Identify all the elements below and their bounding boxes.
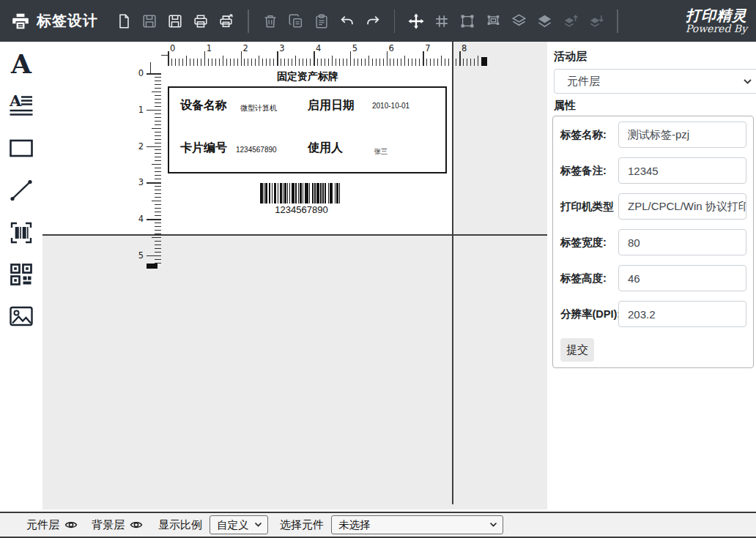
- background-layer-visibility-toggle[interactable]: [129, 519, 144, 531]
- barcode-icon: [9, 220, 34, 245]
- svg-text:A: A: [9, 94, 22, 110]
- chevron-down-icon: [489, 522, 497, 528]
- brand-powered-by: Powered By: [686, 23, 747, 34]
- svg-text:A: A: [10, 51, 32, 78]
- rich-text-icon: A: [9, 94, 34, 119]
- brand-logo: 打印精灵 Powered By: [686, 8, 747, 34]
- zoom-select[interactable]: 自定义: [210, 515, 268, 534]
- label-note-label: 标签备注:: [560, 157, 607, 184]
- undo-button[interactable]: [338, 12, 357, 31]
- active-layer-select[interactable]: 元件层: [554, 69, 756, 94]
- group-select-button[interactable]: [483, 12, 503, 31]
- zoom-label: 显示比例: [158, 518, 202, 532]
- active-layer-value: 元件层: [567, 75, 600, 89]
- tool-barcode-button[interactable]: [7, 218, 36, 247]
- vertical-guide-line: [452, 42, 453, 504]
- bottom-bar: 元件层 背景层 显示比例 自定义 选择元件 未选择: [0, 512, 756, 538]
- component-layer-label: 元件层: [26, 518, 59, 532]
- background-layer-label: 背景层: [92, 518, 125, 532]
- app-window: 标签设计: [0, 0, 756, 538]
- zoom-value: 自定义: [217, 518, 249, 532]
- paste-button[interactable]: [312, 12, 331, 31]
- select-element-select[interactable]: 未选择: [331, 515, 503, 534]
- delete-button[interactable]: [261, 12, 280, 31]
- copy-button[interactable]: [286, 12, 305, 31]
- label-width-label: 标签宽度:: [560, 229, 607, 255]
- label-field-text[interactable]: 设备名称: [180, 98, 227, 113]
- line-icon: [9, 178, 34, 203]
- label-field-text[interactable]: 启用日期: [308, 98, 355, 113]
- toolbar-divider: [248, 10, 249, 33]
- print-export-button[interactable]: [217, 12, 236, 31]
- topbar: 标签设计: [0, 0, 756, 42]
- new-file-button[interactable]: [114, 12, 133, 31]
- active-layer-heading: 活动层: [554, 50, 587, 64]
- layers-button[interactable]: [509, 12, 528, 31]
- submit-button[interactable]: 提交: [560, 338, 594, 362]
- dpi-label: 分辨率(DPI):: [560, 301, 620, 327]
- tool-qrcode-button[interactable]: [7, 260, 36, 289]
- tool-rectangle-button[interactable]: [7, 133, 36, 162]
- rectangle-icon: [9, 135, 34, 160]
- label-name-input[interactable]: [618, 122, 746, 148]
- label-width-input[interactable]: [618, 229, 746, 255]
- label-field-value[interactable]: 2010-10-01: [372, 102, 410, 110]
- layer-down-button[interactable]: [586, 12, 605, 31]
- tool-sidebar: A A: [0, 42, 42, 538]
- move-tool-button[interactable]: [407, 12, 426, 31]
- label-field-text[interactable]: 使用人: [308, 141, 343, 156]
- layers-merge-button[interactable]: [535, 12, 554, 31]
- toolbar-divider: [617, 10, 618, 33]
- grid-button[interactable]: [432, 12, 451, 31]
- horizontal-guide-line: [42, 234, 547, 236]
- component-layer-visibility-toggle[interactable]: [64, 519, 78, 531]
- tool-image-button[interactable]: [7, 302, 36, 331]
- barcode-text[interactable]: 1234567890: [256, 204, 347, 215]
- label-field-value[interactable]: 张三: [374, 147, 388, 157]
- eye-icon: [64, 520, 78, 530]
- properties-heading: 属性: [554, 99, 576, 113]
- app-title: 标签设计: [37, 11, 98, 31]
- tool-text-button[interactable]: A: [7, 50, 36, 79]
- label-name-label: 标签名称:: [560, 122, 607, 148]
- tool-line-button[interactable]: [7, 176, 36, 205]
- horizontal-ruler: 012345678: [161, 42, 491, 68]
- save-button[interactable]: [140, 12, 159, 31]
- printer-type-input[interactable]: [618, 193, 746, 220]
- chevron-down-icon: [254, 522, 262, 528]
- toolbar-tools: [114, 10, 623, 33]
- image-icon: [9, 304, 34, 329]
- label-height-input[interactable]: [618, 265, 746, 291]
- toolbar-divider: [394, 10, 396, 33]
- label-field-value[interactable]: 1234567890: [236, 146, 277, 154]
- label-title-text[interactable]: 固定资产标牌: [256, 70, 359, 83]
- label-field-text[interactable]: 卡片编号: [180, 141, 227, 156]
- brand-name: 打印精灵: [686, 8, 747, 23]
- select-element-value: 未选择: [338, 518, 371, 532]
- redo-button[interactable]: [363, 12, 382, 31]
- select-frame-button[interactable]: [458, 12, 477, 31]
- text-icon: A: [7, 51, 35, 78]
- qrcode-icon: [9, 262, 34, 287]
- printer-logo-icon: [10, 11, 31, 31]
- tool-rich-text-button[interactable]: A: [7, 91, 36, 121]
- select-element-label: 选择元件: [280, 518, 324, 532]
- save-as-button[interactable]: [166, 12, 185, 31]
- print-button[interactable]: [191, 12, 210, 31]
- label-height-label: 标签高度:: [560, 265, 607, 291]
- properties-box: 标签名称: 标签备注: 打印机类型 标签宽度: 标签高度: 分辨率(DPI):: [552, 116, 754, 368]
- eye-icon: [130, 520, 143, 530]
- design-canvas[interactable]: 012345678 012345 固定资产标牌 设备名称 微型计算机 启用日期 …: [42, 42, 547, 509]
- properties-panel: 活动层 元件层 属性 标签名称: 标签备注: 打印机类型 标签宽度:: [547, 42, 756, 511]
- label-table-border[interactable]: 设备名称 微型计算机 启用日期 2010-10-01 卡片编号 12345678…: [168, 86, 447, 173]
- chevron-down-icon: [743, 78, 752, 85]
- label-note-input[interactable]: [618, 157, 746, 184]
- vertical-ruler: 012345: [136, 62, 161, 274]
- barcode-bars[interactable]: [260, 183, 343, 203]
- printer-type-label: 打印机类型: [560, 193, 614, 220]
- dpi-input[interactable]: [618, 301, 746, 327]
- label-field-value[interactable]: 微型计算机: [240, 103, 277, 113]
- layer-up-button[interactable]: [560, 12, 579, 31]
